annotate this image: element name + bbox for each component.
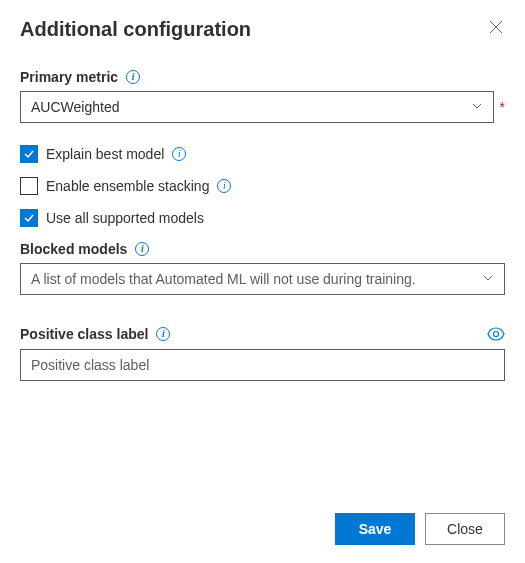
eye-icon[interactable]: [487, 325, 505, 343]
primary-metric-value: AUCWeighted: [31, 99, 119, 115]
use-all-supported-models-checkbox[interactable]: [20, 209, 38, 227]
info-icon[interactable]: i: [217, 179, 231, 193]
blocked-models-select[interactable]: A list of models that Automated ML will …: [20, 263, 505, 295]
required-indicator: *: [500, 91, 505, 123]
blocked-models-label: Blocked models: [20, 241, 127, 257]
explain-best-model-label: Explain best model: [46, 146, 164, 162]
close-icon[interactable]: [487, 18, 505, 39]
chevron-down-icon: [471, 99, 483, 115]
positive-class-input[interactable]: [20, 349, 505, 381]
primary-metric-label: Primary metric: [20, 69, 118, 85]
svg-point-0: [494, 332, 499, 337]
info-icon[interactable]: i: [172, 147, 186, 161]
panel-title: Additional configuration: [20, 18, 251, 41]
enable-ensemble-stacking-checkbox[interactable]: [20, 177, 38, 195]
chevron-down-icon: [482, 271, 494, 287]
save-button[interactable]: Save: [335, 513, 415, 545]
primary-metric-select[interactable]: AUCWeighted: [20, 91, 494, 123]
info-icon[interactable]: i: [126, 70, 140, 84]
info-icon[interactable]: i: [135, 242, 149, 256]
blocked-models-placeholder: A list of models that Automated ML will …: [31, 271, 416, 287]
close-button[interactable]: Close: [425, 513, 505, 545]
info-icon[interactable]: i: [156, 327, 170, 341]
explain-best-model-checkbox[interactable]: [20, 145, 38, 163]
positive-class-label: Positive class label: [20, 326, 148, 342]
enable-ensemble-stacking-label: Enable ensemble stacking: [46, 178, 209, 194]
use-all-supported-models-label: Use all supported models: [46, 210, 204, 226]
